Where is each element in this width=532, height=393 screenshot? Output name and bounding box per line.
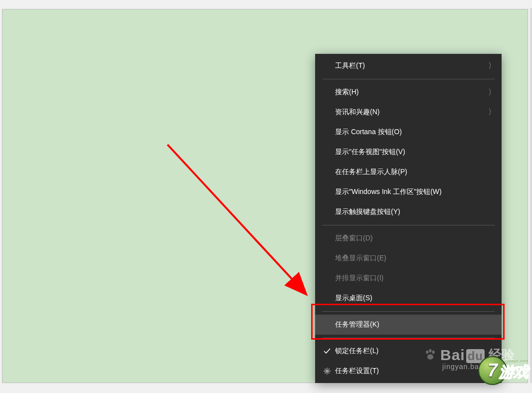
- menu-item-show-task-view[interactable]: 显示"任务视图"按钮(V): [315, 142, 502, 162]
- vertical-scrollbar[interactable]: [530, 8, 532, 383]
- menu-label: 工具栏(T): [335, 61, 488, 70]
- menu-label: 在任务栏上显示人脉(P): [335, 168, 496, 177]
- menu-label: 任务管理器(K): [335, 320, 496, 329]
- menu-item-search[interactable]: 搜索(H) 〉: [315, 82, 502, 102]
- menu-label: 显示"Windows Ink 工作区"按钮(W): [335, 188, 496, 196]
- chevron-right-icon: 〉: [489, 107, 494, 118]
- menu-item-taskbar-settings[interactable]: 任务栏设置(T): [315, 361, 502, 381]
- menu-label: 锁定任务栏(L): [335, 347, 496, 356]
- menu-label: 层叠窗口(D): [335, 234, 496, 243]
- menu-label: 显示桌面(S): [335, 294, 496, 303]
- chevron-right-icon: 〉: [489, 61, 494, 71]
- menu-item-show-ink-workspace[interactable]: 显示"Windows Ink 工作区"按钮(W): [315, 182, 502, 202]
- gear-icon: [323, 367, 335, 375]
- svg-point-0: [326, 370, 328, 372]
- menu-item-news-interests[interactable]: 资讯和兴趣(N) 〉: [315, 102, 502, 122]
- menu-item-toolbars[interactable]: 工具栏(T) 〉: [315, 56, 502, 76]
- menu-item-cascade-windows: 层叠窗口(D): [315, 228, 502, 248]
- menu-label: 显示"任务视图"按钮(V): [335, 148, 496, 157]
- chevron-right-icon: 〉: [489, 87, 494, 98]
- menu-separator: [322, 338, 495, 338]
- menu-item-show-people[interactable]: 在任务栏上显示人脉(P): [315, 162, 502, 182]
- menu-item-side-by-side: 并排显示窗口(I): [315, 268, 502, 288]
- menu-separator: [322, 225, 495, 225]
- menu-item-show-cortana[interactable]: 显示 Cortana 按钮(O): [315, 122, 502, 142]
- menu-label: 堆叠显示窗口(E): [335, 254, 496, 263]
- menu-item-stack-windows: 堆叠显示窗口(E): [315, 248, 502, 268]
- taskbar-context-menu: 工具栏(T) 〉 搜索(H) 〉 资讯和兴趣(N) 〉 显示 Cortana 按…: [315, 54, 502, 383]
- menu-label: 显示触摸键盘按钮(Y): [335, 207, 496, 216]
- menu-label: 并排显示窗口(I): [335, 274, 496, 283]
- menu-item-lock-taskbar[interactable]: 锁定任务栏(L): [315, 341, 502, 361]
- check-icon: [323, 347, 335, 355]
- menu-label: 任务栏设置(T): [335, 367, 496, 376]
- menu-label: 搜索(H): [335, 88, 488, 97]
- menu-label: 资讯和兴趣(N): [335, 108, 488, 117]
- menu-item-show-desktop[interactable]: 显示桌面(S): [315, 288, 502, 308]
- menu-label: 显示 Cortana 按钮(O): [335, 128, 496, 137]
- menu-item-show-touch-keyboard[interactable]: 显示触摸键盘按钮(Y): [315, 202, 502, 222]
- menu-separator: [322, 311, 495, 312]
- menu-item-task-manager[interactable]: 任务管理器(K): [315, 315, 502, 335]
- menu-separator: [322, 79, 495, 79]
